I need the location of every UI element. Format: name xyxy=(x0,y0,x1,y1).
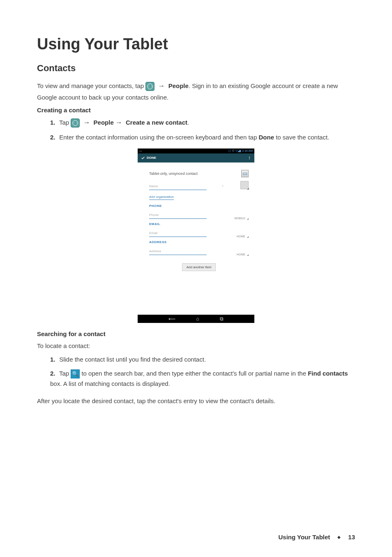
search-steps: 1. Slide the contact list until you find… xyxy=(37,354,355,389)
create-step2: 2. Enter the contact information using t… xyxy=(50,132,355,143)
step2-done: Done xyxy=(258,134,274,141)
email-placeholder: Email xyxy=(149,231,157,235)
phone-field[interactable]: Phone xyxy=(149,209,207,219)
phone-section-label: PHONE xyxy=(149,204,249,208)
nav-bar: ⟵ ⌂ ⧉ xyxy=(138,315,254,323)
create-step1: 1. Tap → People→ Create a new contact. xyxy=(50,117,355,129)
search-step2-number: 2. xyxy=(50,368,58,379)
step2-before: Enter the contact information using the … xyxy=(59,134,258,141)
apps-icon xyxy=(145,82,154,91)
address-field[interactable]: Address xyxy=(149,245,207,255)
searching-heading: Searching for a contact xyxy=(37,330,355,337)
add-another-field-button[interactable]: Add another field xyxy=(182,263,216,271)
tablet-screenshot: ▭ ⬡ ⏱ ▽◢▮ 2:16 AM DONE ⋮ Tablet-only, un… xyxy=(138,149,254,323)
step1-create: Create a new contact xyxy=(126,119,187,126)
step1-people: People xyxy=(94,119,114,126)
creating-steps: 1. Tap → People→ Create a new contact. 2… xyxy=(37,117,355,142)
searching-intro: To locate a contact: xyxy=(37,341,355,351)
find-contacts-bold: Find contacts xyxy=(308,370,348,377)
search-icon: 🔍 xyxy=(71,369,80,378)
phone-type-selector[interactable]: MOBILE xyxy=(235,217,249,220)
step2-number: 2. xyxy=(50,132,58,143)
arrow-icon: → xyxy=(114,118,124,126)
chevron-down-icon[interactable]: ⌄ xyxy=(221,183,224,187)
status-icons: ⬡ ⏱ ▽◢▮ xyxy=(228,149,241,153)
photo-placeholder[interactable] xyxy=(240,181,249,189)
name-placeholder: Name xyxy=(149,184,158,188)
page-footer: Using Your Tablet ◆ 13 xyxy=(278,534,355,541)
done-label: DONE xyxy=(147,156,156,160)
home-icon[interactable]: ⌂ xyxy=(196,316,199,322)
footer-page-number: 13 xyxy=(348,534,355,541)
after-locate-text: After you locate the desired contact, ta… xyxy=(37,396,355,406)
section-heading: Contacts xyxy=(37,63,355,74)
name-field[interactable]: Name xyxy=(149,180,207,190)
status-time: 2:16 AM xyxy=(242,149,253,152)
account-type-label: Tablet-only, unsynced contact xyxy=(149,172,198,176)
back-icon[interactable]: ⟵ xyxy=(168,316,175,322)
recents-icon[interactable]: ⧉ xyxy=(220,316,224,322)
step1-before: Tap xyxy=(59,119,71,126)
contact-badge-icon: ▭ xyxy=(241,170,249,177)
arrow-icon: → xyxy=(157,82,167,90)
intro-para: To view and manage your contacts, tap → … xyxy=(37,80,355,102)
search-step1-text: Slide the contact list until you find th… xyxy=(59,356,206,363)
intro-before: To view and manage your contacts, tap xyxy=(37,82,145,89)
search-step2-mid: to open the search bar, and then type ei… xyxy=(81,370,308,377)
footer-diamond-icon: ◆ xyxy=(337,535,341,539)
add-organization-link[interactable]: Add organization xyxy=(149,195,174,200)
step2-after: to save the contact. xyxy=(274,134,329,141)
email-field[interactable]: Email xyxy=(149,227,207,237)
status-left-icon: ▭ xyxy=(139,149,142,153)
intro-people-bold: People xyxy=(168,82,189,89)
page-title: Using Your Tablet xyxy=(37,35,355,53)
apps-icon xyxy=(71,118,80,128)
step1-period: . xyxy=(187,119,189,126)
arrow-icon: → xyxy=(81,118,92,126)
search-step2: 2. Tap 🔍 to open the search bar, and the… xyxy=(50,368,355,389)
email-type-selector[interactable]: HOME xyxy=(237,235,249,238)
footer-title: Using Your Tablet xyxy=(278,534,330,541)
address-section-label: ADDRESS xyxy=(149,240,249,244)
phone-placeholder: Phone xyxy=(149,213,159,217)
search-step2-before: Tap xyxy=(59,370,71,377)
creating-heading: Creating a contact xyxy=(37,107,355,114)
check-icon xyxy=(141,156,145,160)
search-step2-after: box. A list of matching contacts is disp… xyxy=(50,380,170,387)
address-type-selector[interactable]: HOME xyxy=(237,253,249,256)
overflow-icon[interactable]: ⋮ xyxy=(248,156,251,160)
done-button[interactable]: DONE xyxy=(141,156,156,160)
action-bar: DONE ⋮ xyxy=(138,153,254,162)
search-step1: 1. Slide the contact list until you find… xyxy=(50,354,355,365)
status-bar: ▭ ⬡ ⏱ ▽◢▮ 2:16 AM xyxy=(138,149,254,153)
address-placeholder: Address xyxy=(149,249,161,253)
email-section-label: EMAIL xyxy=(149,222,249,226)
contact-form: Tablet-only, unsynced contact ▭ Name ⌄ A… xyxy=(138,162,254,315)
step1-number: 1. xyxy=(50,117,58,128)
search-step1-number: 1. xyxy=(50,354,58,365)
